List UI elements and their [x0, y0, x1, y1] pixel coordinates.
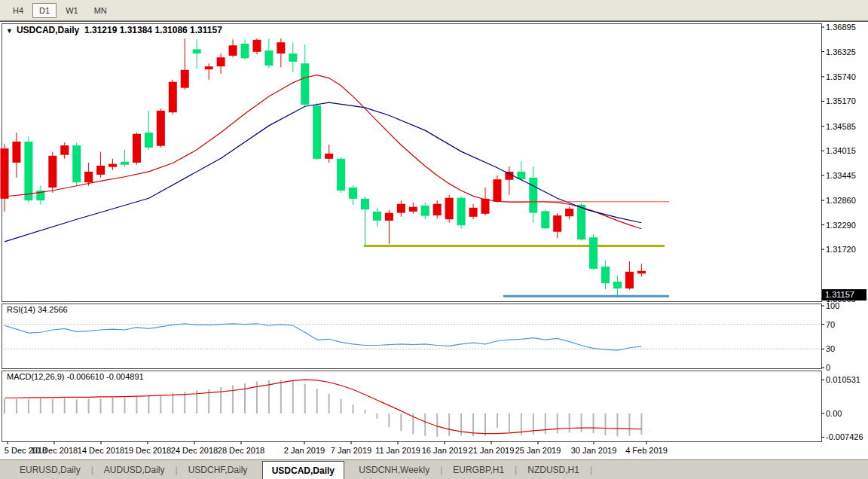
svg-text:0.00: 0.00: [826, 409, 842, 418]
tab-separator: |: [174, 460, 179, 479]
symbol-tabbar: EURUSD,Daily | AUDUSD,Daily | USDCHF,Dai…: [0, 459, 868, 479]
svg-text:1.34585: 1.34585: [826, 122, 856, 131]
svg-text:1.31720: 1.31720: [826, 245, 856, 254]
tab-eurgbp-h1[interactable]: EURGBP,H1: [444, 460, 513, 479]
rsi-value: 34.2566: [38, 305, 68, 314]
svg-text:100: 100: [826, 301, 839, 310]
chart-title: ▼USDCAD,Daily 1.31219 1.31384 1.31086 1.…: [6, 25, 222, 35]
tab-usdchf-daily[interactable]: USDCHF,Daily: [179, 460, 257, 479]
timeframe-button-mn[interactable]: MN: [87, 3, 114, 18]
svg-text:1.35170: 1.35170: [826, 96, 856, 105]
chart-ohlc-values: 1.31219 1.31384 1.31086 1.31157: [84, 25, 222, 35]
chart-canvas[interactable]: 1.368951.363251.357401.351701.345851.340…: [0, 22, 868, 460]
tab-audusd-daily[interactable]: AUDUSD,Daily: [95, 460, 174, 479]
svg-text:11 Jan 2019: 11 Jan 2019: [375, 446, 420, 455]
rsi-indicator-label: RSI(14) 34.2566: [7, 305, 68, 314]
svg-text:25 Jan 2019: 25 Jan 2019: [515, 446, 561, 455]
macd-signal-value: -0.004891: [106, 372, 144, 381]
svg-text:2 Jan 2019: 2 Jan 2019: [284, 446, 325, 455]
svg-text:7 Jan 2019: 7 Jan 2019: [331, 446, 371, 455]
timeframe-button-w1[interactable]: W1: [59, 3, 85, 18]
tab-usdcnh-weekly[interactable]: USDCNH,Weekly: [350, 460, 439, 479]
tab-usdcad-daily[interactable]: USDCAD,Daily: [262, 461, 344, 479]
macd-main-value: -0.006610: [66, 372, 104, 381]
svg-text:70: 70: [826, 320, 835, 329]
svg-text:14 Dec 2018: 14 Dec 2018: [78, 446, 124, 455]
svg-text:1.36895: 1.36895: [826, 23, 856, 32]
timeframe-button-h4[interactable]: H4: [6, 3, 30, 18]
svg-text:1.33445: 1.33445: [826, 171, 856, 180]
svg-text:10 Dec 2018: 10 Dec 2018: [31, 446, 78, 455]
svg-text:24 Dec 2018: 24 Dec 2018: [171, 446, 218, 455]
mt4-window: { "toolbar": { "buttons": [ {"label":"H4…: [0, 0, 868, 479]
svg-text:1.34015: 1.34015: [826, 146, 856, 155]
svg-text:21 Jan 2019: 21 Jan 2019: [469, 446, 515, 455]
svg-text:19 Dec 2018: 19 Dec 2018: [124, 446, 171, 455]
svg-text:1.32290: 1.32290: [826, 221, 856, 230]
svg-text:1.36325: 1.36325: [826, 47, 856, 56]
svg-text:30 Jan 2019: 30 Jan 2019: [571, 446, 617, 455]
tab-nzdusd-h1[interactable]: NZDUSD,H1: [518, 460, 588, 479]
collapse-arrow-icon[interactable]: ▼: [6, 27, 13, 35]
tab-eurusd-daily[interactable]: EURUSD,Daily: [11, 460, 90, 479]
svg-text:0: 0: [826, 363, 830, 372]
macd-indicator-label: MACD(12,26,9) -0.006610 -0.004891: [7, 372, 144, 381]
svg-text:16 Jan 2019: 16 Jan 2019: [422, 446, 468, 455]
tab-separator: [344, 460, 350, 479]
chart-window: 1.368951.363251.357401.351701.345851.340…: [0, 21, 868, 459]
svg-text:28 Dec 2018: 28 Dec 2018: [218, 446, 264, 455]
timeframe-button-d1[interactable]: D1: [32, 3, 57, 18]
tab-separator: |: [90, 460, 95, 479]
macd-name: MACD(12,26,9): [7, 372, 64, 381]
svg-text:1.32860: 1.32860: [826, 196, 856, 205]
tab-separator: |: [588, 460, 594, 479]
timeframe-toolbar: H4 D1 W1 MN: [0, 0, 868, 21]
rsi-name: RSI(14): [7, 305, 35, 314]
svg-text:30: 30: [826, 344, 835, 353]
tab-separator: |: [513, 460, 518, 479]
tab-separator: [256, 460, 261, 479]
tab-separator: |: [439, 460, 444, 479]
current-price-tag: 1.31157: [822, 289, 866, 301]
svg-text:0.010531: 0.010531: [826, 375, 860, 384]
chart-symbol-label: USDCAD,Daily: [17, 25, 79, 35]
svg-text:4 Feb 2019: 4 Feb 2019: [625, 446, 668, 455]
svg-text:-0.007426: -0.007426: [826, 432, 863, 441]
svg-text:1.35740: 1.35740: [826, 72, 856, 81]
